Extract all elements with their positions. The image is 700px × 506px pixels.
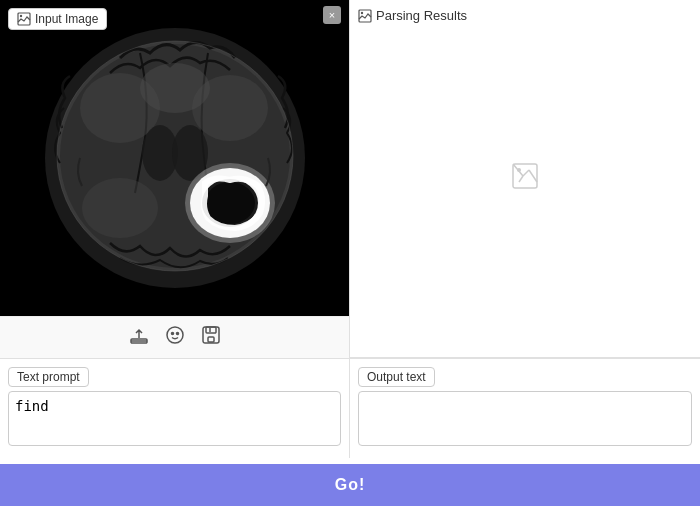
- text-panels: Text prompt find Output text: [0, 359, 700, 458]
- go-button-row: Go!: [0, 458, 700, 506]
- svg-point-16: [205, 182, 255, 224]
- text-prompt-label: Text prompt: [8, 367, 89, 387]
- save-icon[interactable]: [201, 325, 221, 350]
- text-prompt-input[interactable]: find: [8, 391, 341, 446]
- close-button[interactable]: ×: [323, 6, 341, 24]
- parsing-results-label: Parsing Results: [358, 8, 467, 23]
- input-image-area: Input Image ×: [0, 0, 349, 316]
- svg-point-8: [140, 63, 210, 113]
- output-text-label: Output text: [358, 367, 435, 387]
- output-text-area[interactable]: [358, 391, 692, 446]
- bottom-section: Text prompt find Output text Go!: [0, 358, 700, 506]
- image-toolbar: [0, 316, 349, 358]
- parsing-results-text: Parsing Results: [376, 8, 467, 23]
- parsing-results-icon: [358, 9, 372, 23]
- text-prompt-panel: Text prompt find: [0, 359, 350, 458]
- main-container: Input Image ×: [0, 0, 700, 506]
- face-icon[interactable]: [165, 325, 185, 350]
- top-panels: Input Image ×: [0, 0, 700, 358]
- left-panel: Input Image ×: [0, 0, 350, 358]
- svg-rect-23: [206, 327, 216, 333]
- right-panel: Parsing Results: [350, 0, 700, 358]
- svg-point-19: [167, 327, 183, 343]
- image-label-icon: [17, 12, 31, 26]
- svg-line-31: [523, 170, 529, 176]
- svg-point-1: [20, 15, 22, 17]
- broken-image-icon: [511, 162, 539, 196]
- svg-point-20: [171, 333, 173, 335]
- svg-rect-24: [208, 337, 214, 342]
- upload-icon[interactable]: [129, 325, 149, 350]
- svg-line-30: [519, 176, 523, 182]
- svg-line-32: [529, 170, 537, 182]
- go-button[interactable]: Go!: [0, 464, 700, 506]
- parsing-results-area: Parsing Results: [350, 0, 700, 358]
- brain-image: [20, 8, 330, 308]
- svg-point-9: [82, 178, 158, 238]
- svg-point-33: [517, 168, 521, 172]
- input-image-text: Input Image: [35, 12, 98, 26]
- brain-mri-svg: [20, 8, 330, 308]
- svg-point-27: [361, 11, 363, 13]
- svg-point-21: [176, 333, 178, 335]
- input-image-label: Input Image: [8, 8, 107, 30]
- output-text-panel: Output text: [350, 359, 700, 458]
